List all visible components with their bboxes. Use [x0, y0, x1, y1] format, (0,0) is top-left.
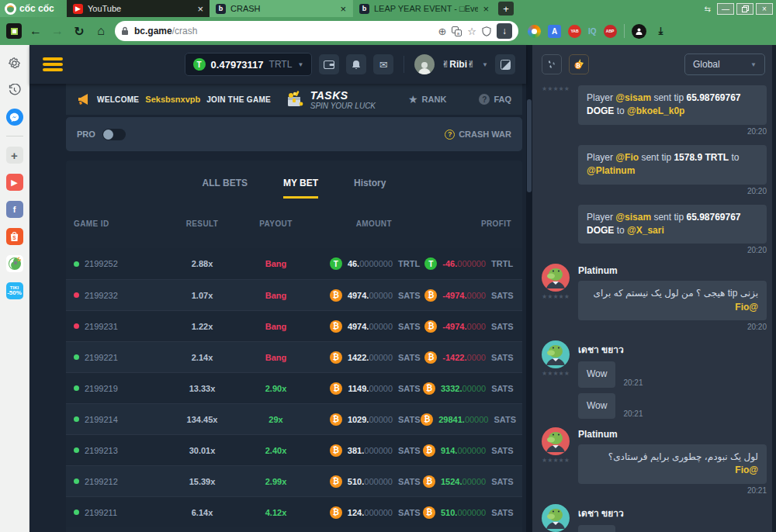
coccoc-logo[interactable]: cốc cốc [0, 0, 67, 17]
chat-mention[interactable]: @bkoeL_k0p [627, 105, 684, 116]
facebook-app-icon[interactable]: f [6, 201, 23, 218]
bookmark-star-icon[interactable]: ☆ [467, 26, 476, 37]
messages-envelope-button[interactable]: ✉ [373, 54, 393, 74]
settings-gear-icon[interactable] [6, 54, 23, 71]
balance-selector[interactable]: T 0.47973117 TRTL ▼ [185, 53, 313, 76]
tiki-app-icon[interactable]: TIKI-50% [6, 282, 23, 299]
chat-bubble[interactable]: Player @Fio sent tip 1578.9 TRTL to @Pla… [578, 145, 767, 185]
chat-mention[interactable]: @Fio [735, 465, 758, 475]
minimize-button[interactable]: — [717, 3, 734, 15]
game-id-cell[interactable]: 2199219 [74, 384, 165, 393]
workspace-icon[interactable] [6, 23, 22, 39]
game-id-cell[interactable]: 2199231 [74, 322, 165, 331]
game-id-cell[interactable]: 2199213 [74, 446, 165, 455]
downloads-icon[interactable]: ⤓ [653, 25, 669, 37]
table-row[interactable]: 21992116.14x4.12x₿124.000000SATS₿510.000… [66, 496, 522, 527]
chevron-down-icon[interactable]: ▼ [482, 61, 488, 68]
table-row[interactable]: 21992311.22xBang₿4974.00000SATS₿-4974.00… [66, 310, 522, 341]
back-button[interactable]: ← [28, 24, 43, 38]
extension-yab-icon[interactable]: YAB [568, 25, 581, 38]
tab-leap-year-event[interactable]: b LEAP YEAR EVENT - □Event - × [352, 0, 495, 17]
chat-mention[interactable]: @Fio [615, 152, 639, 163]
chat-bubble[interactable]: لول یک نبودم، چطوری برایم فرستادی؟ @Fio [578, 444, 767, 484]
table-row[interactable]: 219921215.39x2.99x₿510.000000SATS₿1524.0… [66, 465, 522, 496]
table-row[interactable]: 21992321.07xBang₿4974.00000SATS₿-4974.00… [66, 279, 522, 310]
chat-bubble[interactable]: بزنی tip هیجی ؟ من لول یک نیستم که برای … [578, 281, 767, 320]
add-app-button[interactable]: + [6, 147, 23, 164]
messenger-icon[interactable] [6, 109, 23, 126]
page-scrollbar[interactable] [526, 45, 532, 532]
extension-abp-icon[interactable]: ABP [604, 25, 617, 38]
chat-mention[interactable]: @sisam [615, 92, 651, 103]
split-screen-icon[interactable]: ⇆ [705, 5, 711, 13]
game-id-cell[interactable]: 2199252 [74, 259, 165, 268]
avatar[interactable] [542, 427, 570, 455]
shopee-app-icon[interactable]: S [6, 228, 23, 245]
table-row[interactable]: 21992522.88xBangT46.0000000TRTLT-46.0000… [66, 248, 522, 279]
translate-page-icon[interactable]: a [452, 26, 462, 36]
close-window-button[interactable]: × [756, 3, 773, 15]
history-icon[interactable] [6, 81, 23, 98]
extension-translate-icon[interactable]: A [548, 25, 561, 38]
rank-button[interactable]: ★ RANK [408, 93, 446, 105]
coin-drop-button[interactable]: ₿ [569, 54, 589, 74]
tasks-block[interactable]: TASKS SPIN YOUR LUCK [284, 89, 376, 110]
scrollbar-thumb[interactable] [527, 99, 532, 192]
game-id-cell[interactable]: 2199211 [74, 508, 165, 517]
chat-mention[interactable]: @Fio [735, 302, 758, 313]
download-page-button[interactable]: ↓ [497, 23, 512, 39]
user-avatar[interactable] [414, 54, 435, 74]
extension-wheel-icon[interactable] [528, 25, 541, 38]
game-id-cell[interactable]: 2199232 [74, 291, 165, 300]
chat-mention[interactable]: @Platinum [587, 165, 635, 176]
chat-bubble[interactable]: Wow [578, 525, 615, 532]
tab-all-bets[interactable]: ALL BETS [203, 178, 248, 199]
reload-button[interactable]: ↻ [71, 24, 87, 39]
new-tab-button[interactable]: + [498, 2, 514, 16]
chat-scrollbar[interactable] [772, 45, 776, 532]
avatar[interactable] [542, 340, 570, 368]
tab-history[interactable]: History [354, 178, 386, 199]
menu-hamburger-icon[interactable] [43, 57, 63, 71]
avatar[interactable] [542, 504, 570, 532]
wallet-button[interactable] [319, 54, 339, 74]
chat-region-select[interactable]: Global ▼ [684, 54, 765, 75]
tab-youtube[interactable]: ▶ YouTube × [67, 0, 210, 17]
extension-iq-icon[interactable]: IQ [588, 27, 597, 36]
chat-bubble[interactable]: Wow [578, 361, 615, 387]
tab-close-icon[interactable]: × [197, 4, 203, 14]
pro-toggle[interactable] [102, 129, 126, 140]
address-bar[interactable]: bc.game/crash ⊕ a ☆ ↓ [115, 21, 518, 41]
chat-username[interactable]: Platinum [578, 265, 767, 276]
zoom-page-icon[interactable]: ⊕ [438, 26, 446, 37]
url-text[interactable]: bc.game/crash [134, 26, 432, 36]
tab-crash-active[interactable]: b CRASH × [210, 0, 352, 17]
chat-bubble[interactable]: Player @sisam sent tip 65.98769767 DOGE … [578, 85, 767, 125]
restore-button[interactable] [736, 3, 753, 15]
table-row[interactable]: 21992212.14xBang₿1422.00000SATS₿-1422.00… [66, 341, 522, 372]
shield-icon[interactable] [482, 26, 491, 36]
crash-war-link[interactable]: ? CRASH WAR [445, 130, 511, 140]
tab-my-bet[interactable]: MY BET [283, 178, 318, 199]
home-button[interactable]: ⌂ [93, 24, 109, 38]
chat-panel-toggle-button[interactable] [495, 54, 515, 74]
game-id-cell[interactable]: 2199212 [74, 477, 165, 486]
chat-username[interactable]: Platinum [578, 429, 767, 440]
chat-mention[interactable]: @sisam [615, 212, 651, 223]
chat-bubble[interactable]: Player @sisam sent tip 65.98769767 DOGE … [578, 205, 767, 244]
forward-button[interactable]: → [50, 24, 65, 38]
username[interactable]: ✌Ribi✌ [442, 59, 475, 70]
table-row[interactable]: 2199214134.45x29x₿1029.00000SATS₿29841.0… [66, 403, 522, 434]
tab-close-icon[interactable]: × [483, 4, 489, 14]
profile-icon[interactable] [632, 24, 646, 39]
tab-close-icon[interactable]: × [340, 4, 346, 14]
table-row[interactable]: 219921913.33x2.90x₿1149.00000SATS₿3332.0… [66, 372, 522, 403]
chat-username[interactable]: เดชา ขยาว [578, 506, 767, 520]
avatar[interactable] [542, 264, 570, 292]
rain-tip-button[interactable] [542, 54, 562, 74]
faq-button[interactable]: ? FAQ [479, 94, 511, 105]
notifications-bell-button[interactable] [346, 54, 366, 74]
coccoc-app-icon[interactable] [6, 255, 23, 272]
youtube-app-icon[interactable]: ▶ [6, 174, 23, 191]
chat-mention[interactable]: @X_sari [627, 225, 664, 236]
